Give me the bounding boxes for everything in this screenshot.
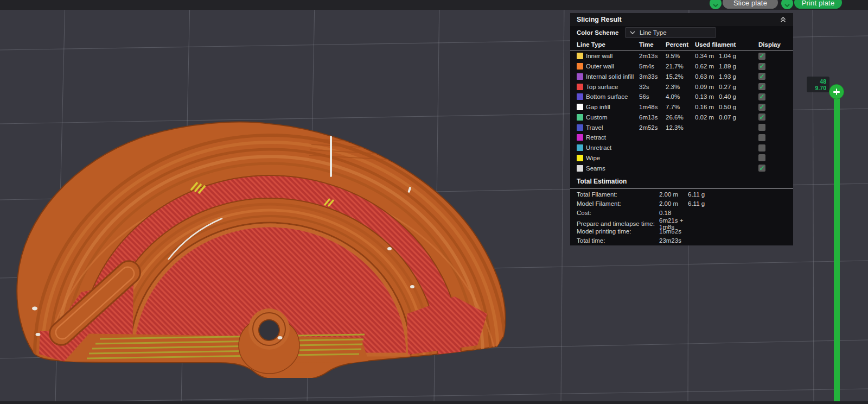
line-type-label: Bottom surface — [586, 93, 639, 100]
line-type-label: Custom — [586, 114, 639, 121]
double-chevron-up-icon — [780, 16, 787, 23]
used-filament-m: 0.16 m — [695, 104, 719, 110]
time-value: 3m33s — [639, 73, 666, 80]
total-row-label: Total Filament: — [577, 191, 659, 198]
used-filament-m: 0.09 m — [695, 84, 719, 90]
col-display: Display — [758, 41, 793, 48]
total-row-value-2: 6.11 g — [688, 191, 793, 198]
line-type-label: Unretract — [586, 144, 639, 151]
display-checkbox[interactable]: ✓ — [758, 83, 765, 90]
layer-number: 48 — [820, 78, 826, 85]
display-checkbox[interactable] — [758, 124, 765, 131]
color-scheme-value: Line Type — [640, 29, 667, 36]
line-type-table-header: Line Type Time Percent Used filament Dis… — [570, 39, 793, 50]
line-type-label: Wipe — [586, 155, 639, 161]
check-icon: ✓ — [759, 104, 764, 110]
total-row-label: Model printing time: — [577, 228, 659, 235]
total-estimation-row: Total time:23m23s — [570, 236, 793, 245]
display-cell: ✓ — [758, 63, 793, 70]
col-percent: Percent — [666, 41, 695, 48]
display-cell — [758, 124, 793, 131]
layer-height-value: 9.70 — [815, 85, 826, 91]
total-row-value-1: 15m52s — [659, 228, 688, 235]
line-type-color-swatch — [577, 84, 583, 90]
used-filament-g: 1.04 g — [719, 53, 758, 59]
time-value: 1m48s — [639, 104, 666, 110]
check-icon: ✓ — [759, 53, 764, 59]
percent-value: 21.7% — [666, 63, 695, 70]
line-type-color-swatch — [577, 93, 583, 100]
line-type-color-swatch — [577, 63, 583, 70]
time-value: 2m13s — [639, 53, 666, 59]
line-type-row: Internal solid infill3m33s15.2%0.63 m1.9… — [570, 72, 793, 82]
total-row-value-1: 2.00 m — [659, 191, 688, 198]
total-row-value-1: 0.18 — [659, 210, 688, 216]
used-filament-g: 0.27 g — [719, 84, 758, 90]
line-type-row: Top surface32s2.3%0.09 m0.27 g✓ — [570, 81, 793, 92]
chevron-down-icon — [630, 31, 635, 34]
display-checkbox[interactable]: ✓ — [758, 113, 765, 121]
percent-value: 4.0% — [666, 93, 695, 100]
check-icon: ✓ — [759, 64, 764, 69]
line-type-label: Gap infill — [586, 104, 639, 110]
used-filament-m: 0.13 m — [695, 93, 719, 100]
check-icon: ✓ — [759, 166, 764, 171]
display-checkbox[interactable]: ✓ — [758, 73, 765, 80]
time-value: 5m4s — [639, 63, 666, 70]
display-cell: ✓ — [758, 83, 793, 90]
total-estimation-row: Prepare and timelapse time:6m21s + 1m8s — [570, 217, 793, 226]
collapse-panel-button[interactable] — [780, 16, 787, 23]
line-type-row: Retract — [570, 132, 793, 143]
col-time: Time — [639, 41, 666, 48]
used-filament-m: 0.63 m — [695, 73, 719, 80]
check-icon: ✓ — [759, 74, 764, 79]
display-cell: ✓ — [758, 93, 793, 100]
percent-value: 15.2% — [666, 73, 695, 80]
line-type-table-body: Inner wall2m13s9.5%0.34 m1.04 g✓Outer wa… — [570, 51, 793, 173]
line-type-row: Unretract — [570, 143, 793, 153]
total-estimation-body: Total Filament:2.00 m6.11 gModel Filamen… — [570, 190, 793, 245]
line-type-color-swatch — [577, 165, 583, 172]
line-type-color-swatch — [577, 144, 583, 151]
check-icon: ✓ — [759, 115, 764, 120]
line-type-color-swatch — [577, 124, 583, 131]
total-divider — [570, 188, 793, 189]
used-filament-g: 1.93 g — [719, 73, 758, 80]
total-row-value-1: 2.00 m — [659, 200, 688, 207]
layer-slider-handle[interactable] — [829, 84, 844, 99]
display-cell: ✓ — [758, 73, 793, 80]
display-cell — [758, 144, 793, 152]
line-type-color-swatch — [577, 114, 583, 121]
color-scheme-select[interactable]: Line Type — [625, 27, 716, 38]
display-cell: ✓ — [758, 104, 793, 111]
panel-title: Slicing Result — [577, 16, 780, 23]
used-filament-m: 0.34 m — [695, 53, 719, 59]
display-cell — [758, 154, 793, 161]
display-checkbox[interactable] — [758, 144, 765, 152]
chevron-down-icon — [784, 4, 790, 7]
line-type-label: Outer wall — [586, 63, 639, 70]
time-value: 32s — [639, 84, 666, 90]
display-checkbox[interactable]: ✓ — [758, 104, 765, 111]
used-filament-g: 1.89 g — [719, 63, 758, 70]
display-checkbox[interactable]: ✓ — [758, 93, 765, 100]
display-checkbox[interactable] — [758, 134, 765, 141]
display-checkbox[interactable]: ✓ — [758, 165, 765, 172]
display-checkbox[interactable]: ✓ — [758, 63, 765, 70]
percent-value: 9.5% — [666, 53, 695, 59]
layer-slider-track[interactable] — [834, 91, 840, 404]
line-type-color-swatch — [577, 155, 583, 161]
panel-titlebar: Slicing Result — [570, 13, 793, 26]
display-checkbox[interactable]: ✓ — [758, 53, 765, 60]
color-scheme-row: Color Scheme Line Type — [570, 26, 793, 39]
slice-plate-button[interactable]: Slice plate — [723, 0, 778, 9]
display-checkbox[interactable] — [758, 154, 765, 161]
print-plate-button[interactable]: Print plate — [794, 0, 842, 9]
total-row-label: Cost: — [577, 210, 659, 216]
line-type-row: Seams✓ — [570, 163, 793, 173]
line-type-row: Gap infill1m48s7.7%0.16 m0.50 g✓ — [570, 102, 793, 112]
line-type-label: Travel — [586, 124, 639, 131]
col-used-filament: Used filament — [695, 41, 758, 48]
percent-value: 2.3% — [666, 84, 695, 90]
percent-value: 7.7% — [666, 104, 695, 110]
